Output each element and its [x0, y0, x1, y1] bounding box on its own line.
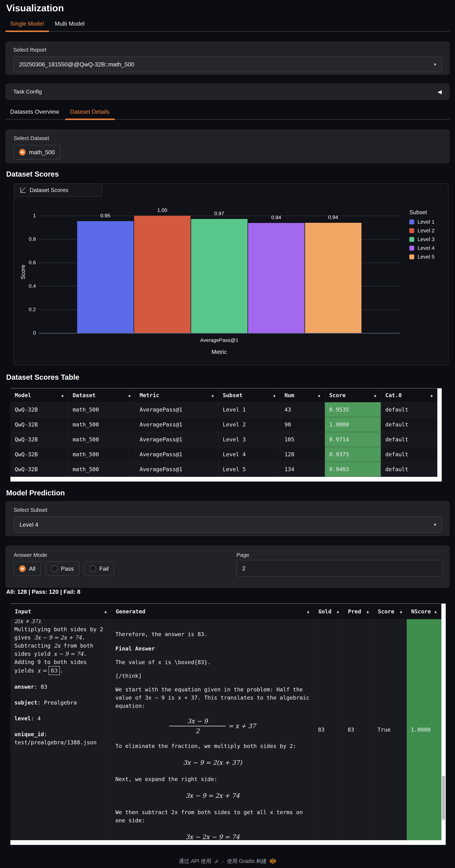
table-cell[interactable]: Level 1 [219, 402, 280, 417]
dataset-radio-math-500[interactable]: math_500 [13, 145, 60, 159]
table-cell[interactable]: 105 [280, 432, 325, 447]
sort-arrow-icon[interactable]: ▲ [59, 393, 64, 398]
table-cell[interactable]: QwQ-32B [10, 417, 68, 432]
sort-arrow-icon[interactable]: ▲ [364, 609, 369, 614]
tab-dataset-details[interactable]: Dataset Details [65, 105, 116, 119]
table-cell[interactable]: math_500 [68, 417, 135, 432]
table-cell[interactable]: 0.9403 [325, 462, 381, 477]
column-header-model[interactable]: Model▲ [10, 389, 68, 402]
column-header-nscore[interactable]: NScore▲ [407, 604, 442, 619]
legend-title: Subset [409, 209, 435, 216]
table-cell[interactable]: AveragePass@1 [135, 447, 219, 462]
cell-pred[interactable]: 83 [344, 619, 373, 840]
cell-input[interactable]: 2(x + 37).Multiplying both sides by 2 gi… [10, 619, 111, 840]
column-header-generated[interactable]: Generated▲ [111, 604, 314, 619]
report-dropdown[interactable]: 20250306_181550@@QwQ-32B::math_500 ▾ [13, 57, 442, 72]
column-header-gold[interactable]: Gold▲ [314, 604, 344, 619]
table-cell[interactable]: 0.9714 [325, 432, 381, 447]
answer-mode-pass[interactable]: Pass [46, 561, 79, 576]
cell-gold[interactable]: 83 [314, 619, 344, 840]
table-cell[interactable]: 43 [280, 402, 325, 417]
tab-single-model[interactable]: Single Model [5, 18, 50, 31]
table-cell[interactable]: AveragePass@1 [135, 402, 219, 417]
cell-nscore[interactable]: 1.0000 [407, 619, 442, 840]
sort-arrow-icon[interactable]: ▲ [397, 609, 402, 614]
legend-item-level-3[interactable]: Level 3 [409, 237, 435, 242]
legend-item-level-4[interactable]: Level 4 [409, 245, 435, 251]
legend-item-level-2[interactable]: Level 2 [409, 228, 435, 234]
table-cell[interactable]: default [381, 402, 437, 417]
table-cell[interactable]: QwQ-32B [10, 462, 68, 477]
table-cell[interactable]: 0.9375 [325, 447, 381, 462]
column-header-input[interactable]: Input▲ [10, 604, 111, 619]
table-cell[interactable]: math_500 [68, 432, 135, 447]
column-header-dataset[interactable]: Dataset▲ [68, 389, 135, 402]
table-cell[interactable]: default [381, 417, 437, 432]
footer-api-text[interactable]: 通过 API 使用 [179, 858, 211, 865]
y-tick-label: 0.8 [14, 236, 36, 242]
sort-arrow-icon[interactable]: ▲ [428, 393, 433, 398]
table-cell[interactable]: math_500 [68, 402, 135, 417]
table-cell[interactable]: 0.9535 [325, 402, 381, 417]
column-header-score[interactable]: Score▲ [373, 604, 407, 619]
table-cell[interactable]: default [381, 462, 437, 477]
table-cell[interactable]: QwQ-32B [10, 447, 68, 462]
sort-arrow-icon[interactable]: ▲ [315, 393, 320, 398]
table-cell[interactable]: 134 [280, 462, 325, 477]
table-cell[interactable]: Level 5 [219, 462, 280, 477]
answer-mode-fail[interactable]: Fail [84, 561, 114, 576]
table-row: QwQ-32Bmath_500AveragePass@1Level 51340.… [10, 462, 437, 477]
subset-dropdown[interactable]: Level 4 ▾ [13, 517, 442, 533]
sort-arrow-icon[interactable]: ▲ [271, 393, 276, 398]
table-cell[interactable]: QwQ-32B [10, 402, 68, 417]
table-cell[interactable]: AveragePass@1 [135, 417, 219, 432]
column-header-num[interactable]: Num▲ [280, 389, 325, 402]
answer-mode-all[interactable]: All [13, 561, 41, 576]
tab-multi-model[interactable]: Multi Model [50, 18, 91, 31]
sort-arrow-icon[interactable]: ▲ [371, 393, 376, 398]
generated-block-h: Final Answer [115, 645, 310, 653]
sort-arrow-icon[interactable]: ▲ [102, 609, 107, 614]
table-cell[interactable]: math_500 [68, 462, 135, 477]
column-header-cat-0[interactable]: Cat.0▲ [381, 389, 437, 402]
table-cell[interactable]: 90 [280, 417, 325, 432]
table-cell[interactable]: Level 2 [219, 417, 280, 432]
table-cell[interactable]: AveragePass@1 [135, 462, 219, 477]
table-cell[interactable]: math_500 [68, 447, 135, 462]
table-cell[interactable]: default [381, 432, 437, 447]
scores-table-horizontal-scrollbar[interactable] [10, 477, 442, 482]
legend-swatch [409, 246, 414, 251]
table-cell[interactable]: default [381, 447, 437, 462]
legend-item-level-5[interactable]: Level 5 [409, 254, 435, 260]
sort-arrow-icon[interactable]: ▲ [334, 609, 339, 614]
column-header-pred[interactable]: Pred▲ [344, 604, 373, 619]
column-header-metric[interactable]: Metric▲ [135, 389, 219, 402]
task-config-accordion[interactable]: Task Config ◀ [5, 84, 450, 100]
sort-arrow-icon[interactable]: ▲ [209, 393, 214, 398]
sort-arrow-icon[interactable]: ▲ [305, 609, 309, 614]
chart-tab-dataset-scores[interactable]: Dataset Scores [15, 184, 102, 197]
scrollbar-thumb[interactable] [442, 776, 445, 820]
sort-arrow-icon[interactable]: ▲ [126, 393, 131, 398]
tab-datasets-overview[interactable]: Datasets Overview [5, 105, 65, 119]
prediction-table-vertical-scrollbar[interactable] [442, 604, 446, 840]
prediction-table-horizontal-scrollbar[interactable] [10, 840, 446, 845]
cell-generated[interactable]: Therefore, the answer is 83.Final Answer… [111, 619, 314, 840]
legend-item-level-1[interactable]: Level 1 [409, 219, 435, 225]
column-header-subset[interactable]: Subset▲ [219, 389, 280, 402]
table-cell[interactable]: AveragePass@1 [135, 432, 219, 447]
sort-arrow-icon[interactable]: ▲ [432, 609, 437, 614]
footer-gradio-text[interactable]: 使用 Gradio 构建 [227, 858, 267, 865]
page-input[interactable]: 2 [236, 560, 443, 577]
table-cell[interactable]: 1.0000 [325, 417, 381, 432]
select-report-panel: Select Report 20250306_181550@@QwQ-32B::… [5, 41, 450, 75]
chart-plot-area: 0.951.000.970.940.94 [38, 216, 400, 333]
column-header-score[interactable]: Score▲ [325, 389, 381, 402]
table-cell[interactable]: QwQ-32B [10, 432, 68, 447]
cell-score[interactable]: True [373, 619, 407, 840]
scores-table-vertical-scrollbar[interactable] [437, 389, 442, 477]
table-cell[interactable]: 128 [280, 447, 325, 462]
dataset-radio-label: math_500 [29, 149, 55, 156]
table-cell[interactable]: Level 3 [219, 432, 280, 447]
table-cell[interactable]: Level 4 [219, 447, 280, 462]
